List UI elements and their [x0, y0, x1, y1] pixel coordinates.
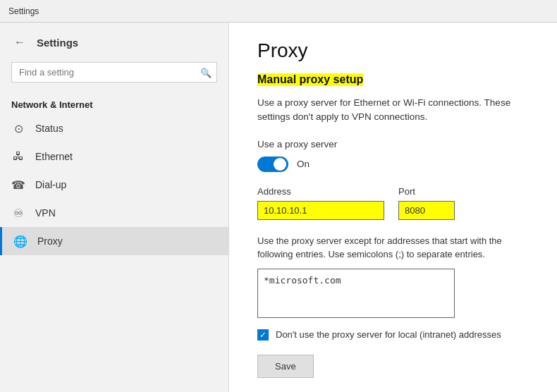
- section-heading: Manual proxy setup: [257, 73, 363, 86]
- use-proxy-label: Use a proxy server: [257, 139, 529, 149]
- dialup-icon: ☎: [11, 178, 25, 192]
- port-group: Port: [398, 186, 455, 220]
- sidebar-title: Settings: [37, 37, 78, 49]
- sidebar-item-ethernet[interactable]: 🖧Ethernet: [0, 142, 228, 171]
- proxy-icon: 🌐: [13, 234, 27, 248]
- sidebar-label-dialup: Dial-up: [35, 179, 66, 190]
- description-text: Use a proxy server for Ethernet or Wi-Fi…: [257, 96, 529, 125]
- sidebar-label-ethernet: Ethernet: [35, 151, 73, 162]
- search-box: 🔍: [11, 62, 217, 82]
- sidebar-item-vpn[interactable]: ♾VPN: [0, 199, 228, 227]
- status-icon: ⊙: [11, 121, 25, 135]
- sidebar-label-proxy: Proxy: [37, 235, 63, 247]
- local-addresses-row: ✓ Don't use the proxy server for local (…: [257, 329, 529, 341]
- page-title: Proxy: [257, 39, 529, 62]
- vpn-icon: ♾: [11, 206, 25, 220]
- title-bar-label: Settings: [8, 6, 39, 16]
- checkbox-check-icon: ✓: [259, 331, 267, 339]
- sidebar-item-status[interactable]: ⊙Status: [0, 114, 228, 142]
- address-group: Address: [257, 186, 384, 220]
- save-button[interactable]: Save: [257, 355, 314, 378]
- back-icon: ←: [14, 36, 25, 49]
- sidebar-label-vpn: VPN: [35, 207, 56, 219]
- address-port-row: Address Port: [257, 186, 529, 220]
- address-label: Address: [257, 186, 384, 197]
- sidebar-label-status: Status: [35, 123, 63, 134]
- toggle-knob: [274, 158, 286, 171]
- back-button[interactable]: ←: [11, 34, 28, 51]
- exceptions-description: Use the proxy server except for addresse…: [257, 234, 529, 262]
- main-content: Proxy Manual proxy setup Use a proxy ser…: [229, 23, 557, 392]
- exceptions-textarea[interactable]: *microsoft.com: [257, 269, 455, 318]
- local-addresses-label: Don't use the proxy server for local (in…: [276, 329, 501, 340]
- search-input[interactable]: [11, 62, 217, 82]
- address-input[interactable]: [257, 201, 384, 220]
- port-label: Port: [398, 186, 455, 197]
- ethernet-icon: 🖧: [11, 149, 25, 164]
- network-section-label: Network & Internet: [0, 94, 228, 114]
- proxy-toggle[interactable]: [257, 157, 288, 172]
- toggle-state-text: On: [297, 159, 310, 169]
- search-icon: 🔍: [200, 67, 212, 78]
- sidebar-item-proxy[interactable]: 🌐Proxy: [0, 227, 228, 255]
- local-addresses-checkbox[interactable]: ✓: [257, 329, 269, 341]
- sidebar: ← Settings 🔍 Network & Internet ⊙Status🖧…: [0, 23, 229, 392]
- port-input[interactable]: [398, 201, 455, 220]
- sidebar-item-dialup[interactable]: ☎Dial-up: [0, 171, 228, 199]
